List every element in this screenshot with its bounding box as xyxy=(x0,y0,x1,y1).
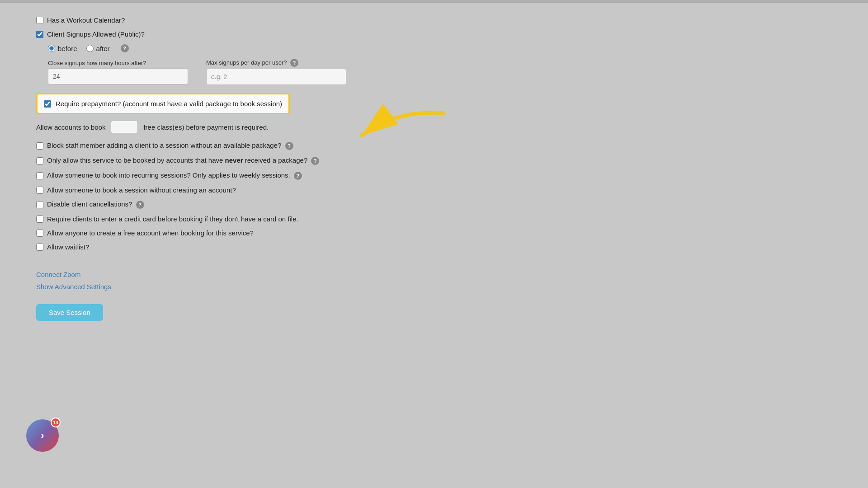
recurring-sessions-row: Allow someone to book into recurring ses… xyxy=(36,171,597,180)
notification-count: 14 xyxy=(51,418,61,427)
recurring-sessions-label: Allow someone to book into recurring ses… xyxy=(47,171,302,180)
allow-waitlist-label[interactable]: Allow waitlist? xyxy=(47,243,89,251)
close-signups-field: Close signups how many hours after? xyxy=(48,60,188,84)
block-staff-checkbox[interactable] xyxy=(36,142,43,150)
radio-before-label[interactable]: before xyxy=(48,45,77,52)
radio-before[interactable] xyxy=(48,45,55,52)
notification-badge[interactable]: 14 › xyxy=(26,419,59,452)
without-account-label[interactable]: Allow someone to book a session without … xyxy=(47,186,236,194)
prepayment-checkbox[interactable] xyxy=(44,100,51,108)
before-after-radio-group: before after ? xyxy=(48,44,597,52)
disable-cancellations-help-icon[interactable]: ? xyxy=(136,201,144,209)
max-signups-label: Max signups per day per user? ? xyxy=(206,59,346,67)
connect-zoom-link[interactable]: Connect Zoom xyxy=(36,271,597,278)
without-account-checkbox[interactable] xyxy=(36,187,43,194)
radio-after[interactable] xyxy=(86,45,94,52)
max-signups-help-icon[interactable]: ? xyxy=(290,59,298,67)
save-session-button[interactable]: Save Session xyxy=(36,304,103,321)
client-signups-row: Client Signups Allowed (Public)? xyxy=(36,30,597,38)
prepayment-box[interactable]: Require prepayment? (account must have a… xyxy=(36,93,290,114)
free-classes-input[interactable] xyxy=(111,121,138,133)
allow-free-account-checkbox[interactable] xyxy=(36,230,43,237)
disable-cancellations-checkbox[interactable] xyxy=(36,201,43,208)
signups-field-row: Close signups how many hours after? Max … xyxy=(48,59,597,85)
close-signups-input[interactable] xyxy=(48,68,188,84)
show-advanced-link[interactable]: Show Advanced Settings xyxy=(36,283,597,291)
page-container: Has a Workout Calendar? Client Signups A… xyxy=(0,0,868,488)
timing-help-icon[interactable]: ? xyxy=(121,44,129,52)
client-signups-checkbox[interactable] xyxy=(36,31,43,38)
only-allow-help-icon[interactable]: ? xyxy=(311,157,319,165)
disable-cancellations-label: Disable client cancellations? ? xyxy=(47,200,144,209)
without-account-row: Allow someone to book a session without … xyxy=(36,186,597,194)
allow-waitlist-checkbox[interactable] xyxy=(36,244,43,251)
signups-field-group: Close signups how many hours after? Max … xyxy=(48,59,597,85)
require-credit-card-row: Require clients to enter a credit card b… xyxy=(36,215,597,223)
allow-accounts-prefix: Allow accounts to book xyxy=(36,123,105,131)
allow-free-account-row: Allow anyone to create a free account wh… xyxy=(36,229,597,237)
workout-calendar-label[interactable]: Has a Workout Calendar? xyxy=(47,16,125,24)
client-signups-label[interactable]: Client Signups Allowed (Public)? xyxy=(47,30,145,38)
close-signups-label: Close signups how many hours after? xyxy=(48,60,188,66)
block-staff-help-icon[interactable]: ? xyxy=(285,142,293,150)
only-allow-label: Only allow this service to be booked by … xyxy=(47,156,319,165)
recurring-sessions-checkbox[interactable] xyxy=(36,172,43,179)
allow-accounts-suffix: free class(es) before payment is require… xyxy=(143,123,269,131)
radio-after-label[interactable]: after xyxy=(86,45,110,52)
chevron-right-icon: › xyxy=(41,430,44,441)
disable-cancellations-row: Disable client cancellations? ? xyxy=(36,200,597,209)
allow-free-account-label[interactable]: Allow anyone to create a free account wh… xyxy=(47,229,254,237)
workout-calendar-checkbox[interactable] xyxy=(36,17,43,24)
workout-calendar-row: Has a Workout Calendar? xyxy=(36,16,597,24)
allow-waitlist-row: Allow waitlist? xyxy=(36,243,597,251)
require-credit-card-checkbox[interactable] xyxy=(36,216,43,223)
require-credit-card-label[interactable]: Require clients to enter a credit card b… xyxy=(47,215,298,223)
max-signups-field: Max signups per day per user? ? xyxy=(206,59,346,85)
prepayment-label[interactable]: Require prepayment? (account must have a… xyxy=(56,100,282,108)
recurring-help-icon[interactable]: ? xyxy=(294,172,302,180)
block-staff-label: Block staff member adding a client to a … xyxy=(47,141,293,150)
content-area: Has a Workout Calendar? Client Signups A… xyxy=(0,3,633,339)
only-allow-row: Only allow this service to be booked by … xyxy=(36,156,597,165)
allow-accounts-row: Allow accounts to book free class(es) be… xyxy=(36,121,597,133)
max-signups-input[interactable] xyxy=(206,69,346,85)
block-staff-row: Block staff member adding a client to a … xyxy=(36,141,597,150)
only-allow-checkbox[interactable] xyxy=(36,157,43,164)
